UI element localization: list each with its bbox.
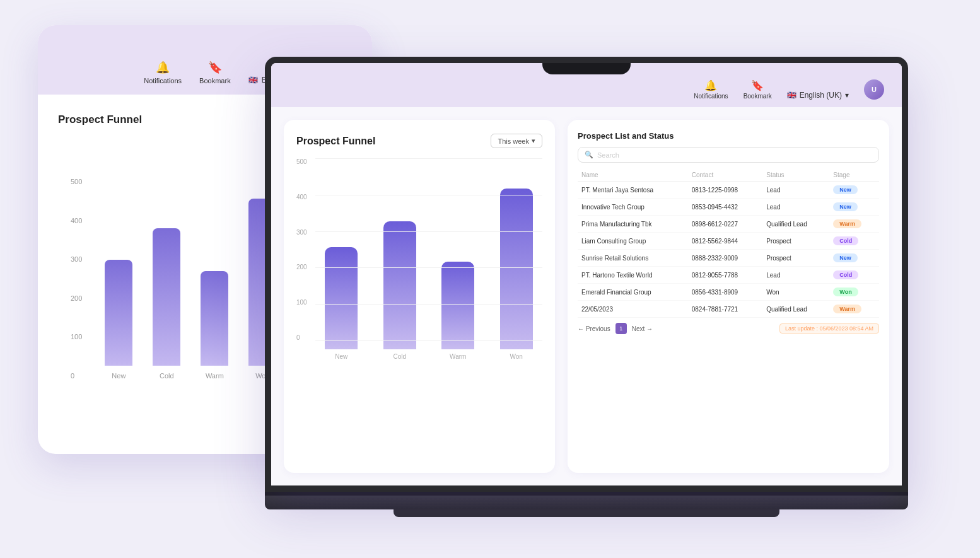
laptop-screen: 🔔 Notifications 🔖 Bookmark 🇬🇧 English (U… [265,57,908,492]
laptop-base [265,496,908,509]
stage-badge: Warm [833,305,861,313]
bar-new-fill [325,247,358,349]
table-row[interactable]: PT. Mentari Jaya Sentosa 0813-1225-0998 … [578,182,879,199]
cell-stage: Cold [829,233,879,250]
prospect-funnel-panel: Prospect Funnel This week ▾ 010020030040… [284,120,555,473]
tablet-bar-cold: Cold [153,228,180,380]
laptop-bookmark-label: Bookmark [744,93,772,100]
laptop-lang-label: English (UK) [800,91,842,100]
week-selector-chevron: ▾ [532,137,535,145]
prospect-panel-title: Prospect List and Status [578,131,879,141]
col-status: Status [762,169,829,182]
cell-stage: New [829,182,879,199]
bar-cold-fill [383,221,416,349]
flag-icon: 🇬🇧 [787,91,796,100]
cell-name: Liam Consulting Group [578,233,688,250]
tablet-bar-warm-fill [201,271,228,366]
bar-new-label: New [335,353,347,360]
laptop-notch [542,63,631,74]
prospect-list-panel: Prospect List and Status 🔍 Search Name C… [568,120,889,473]
cell-stage: New [829,250,879,267]
cell-contact: 0853-0945-4432 [688,199,762,216]
page-controls: ← Previous 1 Next → [578,323,653,334]
week-selector-button[interactable]: This week ▾ [491,134,542,148]
table-row[interactable]: Emerald Financial Group 0856-4331-8909 W… [578,284,879,301]
cell-name: Prima Manufacturing Tbk [578,216,688,233]
search-bar[interactable]: 🔍 Search [578,147,879,163]
cell-contact: 0813-1225-0998 [688,182,762,199]
cell-name: 22/05/2023 [578,301,688,318]
tablet-notifications[interactable]: 🔔 Notifications [144,61,182,84]
table-row[interactable]: Liam Consulting Group 0812-5562-9844 Pro… [578,233,879,250]
y-axis-labels: 0100200300400500 [296,158,307,341]
cell-stage: Cold [829,267,879,284]
table-row[interactable]: Sunrise Retail Solutions 0888-2332-9009 … [578,250,879,267]
laptop-bookmark[interactable]: 🔖 Bookmark [744,79,772,100]
table-row[interactable]: Innovative Tech Group 0853-0945-4432 Lea… [578,199,879,216]
laptop-content: Prospect Funnel This week ▾ 010020030040… [271,107,902,485]
table-row[interactable]: 22/05/2023 0824-7881-7721 Qualified Lead… [578,301,879,318]
tablet-bar-new-fill [105,260,132,366]
col-name: Name [578,169,688,182]
tablet-bar-warm: Warm [201,271,228,380]
prev-button[interactable]: ← Previous [578,325,610,332]
laptop-lang-selector[interactable]: 🇬🇧 English (UK) ▾ [787,91,849,100]
chevron-down-icon: ▾ [845,91,849,100]
tablet-bar-new: New [105,260,132,380]
cell-status: Won [762,284,829,301]
cell-contact: 0898-6612-0227 [688,216,762,233]
stage-badge: Won [833,288,858,296]
stage-badge: Warm [833,219,861,228]
bar-won-fill [500,189,533,349]
bell-icon: 🔔 [156,61,170,74]
cell-name: Innovative Tech Group [578,199,688,216]
cell-contact: 0812-9055-7788 [688,267,762,284]
cell-status: Lead [762,182,829,199]
cell-stage: Won [829,284,879,301]
table-header: Name Contact Status Stage [578,169,879,182]
bar-warm-fill [441,262,474,349]
laptop-notifications-label: Notifications [694,93,728,100]
tablet-bookmark-label: Bookmark [199,77,231,84]
laptop-notifications[interactable]: 🔔 Notifications [694,79,728,100]
tablet-bar-cold-fill [153,228,180,366]
cell-name: PT. Mentari Jaya Sentosa [578,182,688,199]
cell-contact: 0856-4331-8909 [688,284,762,301]
stage-badge: Cold [833,236,858,245]
table-row[interactable]: Prima Manufacturing Tbk 0898-6612-0227 Q… [578,216,879,233]
tablet-chart-title: Prospect Funnel [58,113,142,126]
col-stage: Stage [829,169,879,182]
week-selector-label: This week [498,137,529,145]
search-icon: 🔍 [585,151,593,159]
bookmark-icon: 🔖 [751,79,764,91]
cell-stage: Warm [829,216,879,233]
bar-cold: Cold [380,177,420,360]
stage-badge: New [833,185,858,194]
cell-contact: 0812-5562-9844 [688,233,762,250]
table-row[interactable]: PT. Hartono Textile World 0812-9055-7788… [578,267,879,284]
laptop-avatar[interactable]: U [864,79,884,100]
cell-contact: 0888-2332-9009 [688,250,762,267]
cell-name: Emerald Financial Group [578,284,688,301]
search-placeholder: Search [597,151,619,159]
bell-icon: 🔔 [704,79,717,91]
col-contact: Contact [688,169,762,182]
chart-title: Prospect Funnel [296,136,375,147]
cell-status: Lead [762,199,829,216]
bar-won-label: Won [510,353,523,360]
bar-won: Won [497,177,537,360]
chart-bars: New Cold Warm Won [315,177,542,360]
next-button[interactable]: Next → [632,325,653,332]
table-body: PT. Mentari Jaya Sentosa 0813-1225-0998 … [578,182,879,318]
cell-status: Qualified Lead [762,216,829,233]
cell-stage: Warm [829,301,879,318]
stage-badge: Cold [833,270,858,279]
tablet-bookmark[interactable]: 🔖 Bookmark [199,61,231,84]
cell-name: Sunrise Retail Solutions [578,250,688,267]
cell-status: Lead [762,267,829,284]
tablet-notifications-label: Notifications [144,77,182,84]
bar-warm: Warm [438,177,478,360]
stage-badge: New [833,253,858,262]
laptop-stand [394,509,779,517]
pagination: ← Previous 1 Next → Last update : 05/06/… [578,323,879,334]
